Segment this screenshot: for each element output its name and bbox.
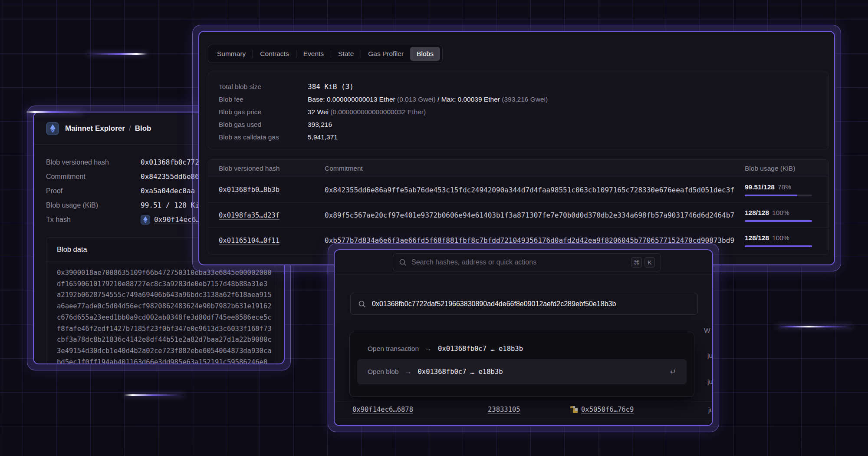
blob-hash-link[interactable]: 0x01165104…0f11 [219,228,279,253]
search-query-input-box[interactable] [350,293,698,315]
usage-value: 128/128 [745,234,769,241]
cmd-key-icon: ⌘ [631,257,642,268]
usage-percent: 100% [772,209,789,216]
breadcrumb-page: Blob [135,124,151,132]
detail-label: Tx hash [46,216,141,224]
blob-hash-link[interactable]: 0x0198fa35…d23f [219,203,279,228]
usage-bar-fill [745,245,812,247]
blob-commitment: 0x89f5c567ae20cf97e401e9372b0606e94e6140… [325,203,734,228]
tab-state[interactable]: State [332,47,360,61]
column-commitment: Commitment [325,160,363,177]
when-column-header-partial: W [704,327,710,334]
summary-label: Blob gas used [219,121,308,129]
explorer-window: SummaryContractsEventsStateGas ProfilerB… [198,31,835,265]
summary-value-part: 32 Wei [308,108,330,116]
blob-summary-panel: Total blob size384 KiB (3)Blob feeBase: … [208,72,829,149]
summary-value: Base: 0.000000000013 Ether (0.013 Gwei) … [308,96,548,103]
summary-row: Blob gas price32 Wei (0.0000000000000000… [219,106,818,118]
summary-label: Total blob size [219,83,308,91]
blob-data-line: bd5ec1f0ff194ab401163d66e3dd985e63a15219… [57,357,275,364]
blob-usage-cell: 99.51/12878% [745,177,814,202]
summary-value-part: (0.000000000000000032 Ether) [330,108,426,116]
summary-row: Total blob size384 KiB (3) [219,80,818,93]
tx-hash-link[interactable]: 0x90f14ec6…6878 [352,406,413,413]
summary-value-part: (0.013 Gwei) [397,96,436,103]
blob-usage-text: 128/128100% [745,209,789,217]
summary-value-part: 384 KiB (3) [308,83,354,91]
search-window-frame: Search hashes, address or quick actions … [328,243,719,432]
usage-bar-track [745,245,812,247]
tab-summary[interactable]: Summary [210,47,252,61]
usage-bar-track [745,195,812,196]
detail-value-text: 0xa5a04dec0aa [141,187,195,195]
relative-time-partial: ju [707,378,713,386]
blob-usage-text: 128/128100% [745,234,789,242]
summary-label: Blob gas price [219,108,308,116]
summary-row: Blob gas used393,216 [219,118,818,131]
blob-commitment: 0x842355dd6e86a9ffe5ab76de453c15fdc24942… [325,177,734,202]
global-search-bar[interactable]: Search hashes, address or quick actions … [393,253,661,271]
tab-bar: SummaryContractsEventsStateGas ProfilerB… [208,45,443,63]
address-link[interactable]: 0x5050f6…76c9 [581,406,634,413]
usage-percent: 78% [778,183,791,191]
blob-table-row: 0x01368fb0…8b3b0x842355dd6e86a9ffe5ab76d… [208,177,829,202]
summary-value-part: 393,216 [308,121,332,128]
app-name: Mainnet Explorer [65,124,125,132]
divider [335,420,712,420]
transaction-row: 0x90f14ec6…6878 23833105 0x5050f6…76c9 j… [335,403,712,418]
detail-label: Blob versioned hash [46,159,141,166]
blobs-table-panel: Blob versioned hash Commitment Blob usag… [208,159,829,255]
blob-usage-text: 99.51/12878% [745,183,791,191]
search-placeholder: Search hashes, address or quick actions [411,258,628,266]
tab-divider [331,50,331,58]
breadcrumb-separator: / [129,124,131,132]
explorer-window-frame: SummaryContractsEventsStateGas ProfilerB… [192,25,841,271]
result-action-label: Open blob [368,368,399,376]
usage-percent: 100% [772,234,789,241]
summary-row: Blob feeBase: 0.000000000013 Ether (0.01… [219,93,818,106]
detail-label: Blob usage (KiB) [46,202,141,209]
summary-value: 32 Wei (0.000000000000000032 Ether) [308,108,426,116]
divider [335,274,712,274]
blob-data-line: f8fafe46f2edf1427b7185f23f0bf347e0e9613d… [57,324,275,335]
address-identicon [570,406,578,413]
search-window: Search hashes, address or quick actions … [334,249,713,426]
blob-usage-cell: 128/128100% [745,203,814,228]
summary-value: 5,941,371 [308,133,338,141]
blob-hash-link[interactable]: 0x01368fb0…8b3b [219,177,279,202]
ethereum-icon [141,215,150,225]
blob-data-hex: 0x3900018ae7008635109f66b472750310eba33e… [46,261,275,364]
tab-events[interactable]: Events [297,47,330,61]
column-blob-versioned-hash: Blob versioned hash [219,160,279,177]
open-blob-result[interactable]: Open blob→0x01368fb0c7 … e18b3b↵ [357,359,687,384]
blob-table-row: 0x0198fa35…d23f0x89f5c567ae20cf97e401e93… [208,202,829,228]
usage-value: 128/128 [745,209,769,216]
blob-usage-cell: 128/128100% [745,228,814,253]
blob-data-line: cbf3a78dc8b21836c4142e8df44b51e2a82d7baa… [57,334,275,346]
column-blob-usage: Blob usage (KiB) [745,160,795,177]
blob-data-line: a2192b0628754555c749a69406b643a96bdc3138… [57,290,275,301]
tab-divider [253,50,253,58]
summary-label: Blob as calldata gas [219,133,308,141]
summary-value-part: (393,216 Gwei) [502,96,548,103]
tab-divider [361,50,361,58]
tab-gas-profiler[interactable]: Gas Profiler [362,47,410,61]
detail-label: Proof [46,187,141,195]
block-number-link[interactable]: 23833105 [488,406,520,413]
divider [335,401,712,402]
blob-data-line: c676d655a23eed1bb0a9cd002ab0348fe3d80df7… [57,312,275,324]
search-results-panel: Open transaction→0x01368fb0c7 … e18b3bOp… [349,332,694,397]
summary-label: Blob fee [219,96,308,103]
open-transaction-result[interactable]: Open transaction→0x01368fb0c7 … e18b3b [357,338,687,359]
tab-contracts[interactable]: Contracts [253,47,295,61]
search-query-input[interactable] [371,300,690,308]
blob-data-line: a6aee77ade0c5d04d56ecf9820862483624e90b7… [57,301,275,312]
tab-blobs[interactable]: Blobs [410,47,440,61]
usage-bar-fill [745,220,812,222]
relative-time-partial: ju [707,352,713,360]
arrow-icon: → [425,345,432,353]
ethereum-icon [46,122,59,135]
summary-value-part: / Max: 0.00039 Ether [436,96,502,103]
search-icon [399,258,407,266]
result-target-hash: 0x01368fb0c7 … e18b3b [418,368,503,376]
